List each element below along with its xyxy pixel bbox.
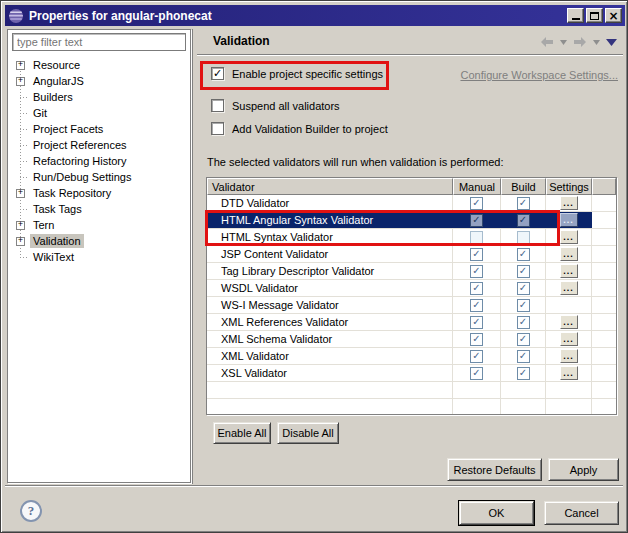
- checked-checkbox[interactable]: ✓: [517, 265, 530, 278]
- checked-checkbox[interactable]: ✓: [470, 299, 483, 312]
- checked-checkbox[interactable]: ✓: [517, 214, 530, 227]
- add-builder-row: Add Validation Builder to project: [211, 122, 388, 135]
- build-cell: ✓: [501, 280, 546, 296]
- sidebar-item-builders[interactable]: Builders: [8, 89, 190, 105]
- sidebar-item-resource[interactable]: +Resource: [8, 57, 190, 73]
- header-settings[interactable]: Settings: [546, 178, 592, 195]
- checked-checkbox[interactable]: ✓: [470, 282, 483, 295]
- table-row-xml-validator[interactable]: XML Validator✓✓...: [207, 348, 616, 365]
- manual-cell: ✓: [453, 314, 501, 330]
- sidebar-item-project-facets[interactable]: Project Facets: [8, 121, 190, 137]
- settings-ellipsis-button[interactable]: ...: [560, 332, 578, 346]
- title-bar[interactable]: Properties for angular-phonecat ×: [5, 5, 625, 26]
- add-builder-checkbox[interactable]: [211, 122, 224, 135]
- sidebar-item-angularjs[interactable]: +AngularJS: [8, 73, 190, 89]
- settings-ellipsis-button[interactable]: ...: [560, 230, 578, 244]
- validator-name: XSL Validator: [207, 365, 453, 381]
- table-row-xml-references-validator[interactable]: XML References Validator✓✓...: [207, 314, 616, 331]
- cancel-button[interactable]: Cancel: [544, 501, 619, 525]
- unchecked-checkbox[interactable]: [470, 231, 483, 244]
- settings-ellipsis-button[interactable]: ...: [560, 349, 578, 363]
- close-button[interactable]: ×: [605, 8, 622, 23]
- checked-checkbox[interactable]: ✓: [470, 333, 483, 346]
- checked-checkbox[interactable]: ✓: [470, 316, 483, 329]
- help-icon[interactable]: ?: [20, 500, 42, 522]
- sidebar-item-tern[interactable]: +Tern: [8, 217, 190, 233]
- build-cell: ✓: [501, 314, 546, 330]
- table-row-html-angular-syntax-validator[interactable]: HTML Angular Syntax Validator✓✓...: [207, 212, 616, 229]
- table-row-xml-schema-validator[interactable]: XML Schema Validator✓✓...: [207, 331, 616, 348]
- unchecked-checkbox[interactable]: [517, 231, 530, 244]
- checked-checkbox[interactable]: ✓: [470, 248, 483, 261]
- checked-checkbox[interactable]: ✓: [517, 316, 530, 329]
- sidebar-item-task-repository[interactable]: +Task Repository: [8, 185, 190, 201]
- empty-cell: [501, 382, 546, 398]
- table-row-tag-library-descriptor-validator[interactable]: Tag Library Descriptor Validator✓✓...: [207, 263, 616, 280]
- disable-all-button[interactable]: Disable All: [277, 422, 339, 444]
- sidebar-item-task-tags[interactable]: Task Tags: [8, 201, 190, 217]
- minimize-button[interactable]: [567, 8, 584, 23]
- suspend-checkbox[interactable]: [211, 99, 224, 112]
- checked-checkbox[interactable]: ✓: [470, 350, 483, 363]
- settings-ellipsis-button[interactable]: ...: [560, 247, 578, 261]
- table-row-ws-i-message-validator[interactable]: WS-I Message Validator✓✓: [207, 297, 616, 314]
- header-validator[interactable]: Validator: [207, 178, 453, 195]
- checked-checkbox[interactable]: ✓: [517, 248, 530, 261]
- configure-workspace-link[interactable]: Configure Workspace Settings...: [460, 69, 618, 81]
- settings-ellipsis-button[interactable]: ...: [560, 213, 578, 227]
- apply-button[interactable]: Apply: [548, 458, 619, 481]
- suspend-row: Suspend all validators: [211, 99, 340, 112]
- settings-ellipsis-button[interactable]: ...: [560, 196, 578, 210]
- expand-plus-icon[interactable]: +: [16, 61, 25, 70]
- sidebar-item-wikitext[interactable]: WikiText: [8, 249, 190, 265]
- view-menu-icon[interactable]: [606, 39, 617, 46]
- expand-plus-icon[interactable]: +: [16, 189, 25, 198]
- checked-checkbox[interactable]: ✓: [517, 299, 530, 312]
- restore-defaults-button[interactable]: Restore Defaults: [447, 458, 542, 481]
- checked-checkbox[interactable]: ✓: [517, 333, 530, 346]
- expand-plus-icon[interactable]: +: [16, 237, 25, 246]
- checked-checkbox[interactable]: ✓: [517, 197, 530, 210]
- sidebar-item-label: AngularJS: [30, 74, 87, 88]
- back-dropdown-icon[interactable]: [560, 40, 567, 45]
- maximize-button[interactable]: [586, 8, 603, 23]
- expand-plus-icon[interactable]: +: [16, 77, 25, 86]
- sidebar-item-project-references[interactable]: Project References: [8, 137, 190, 153]
- sidebar-item-run-debug-settings[interactable]: Run/Debug Settings: [8, 169, 190, 185]
- enable-specific-checkbox[interactable]: ✓: [211, 67, 224, 80]
- filter-input[interactable]: [12, 33, 186, 51]
- settings-ellipsis-button[interactable]: ...: [560, 366, 578, 380]
- forward-dropdown-icon[interactable]: [593, 40, 600, 45]
- checked-checkbox[interactable]: ✓: [470, 265, 483, 278]
- ok-button[interactable]: OK: [459, 501, 534, 525]
- table-row-jsp-content-validator[interactable]: JSP Content Validator✓✓...: [207, 246, 616, 263]
- table-row-html-syntax-validator[interactable]: HTML Syntax Validator...: [207, 229, 616, 246]
- settings-cell: ...: [546, 229, 592, 245]
- checked-checkbox[interactable]: ✓: [470, 214, 483, 227]
- settings-ellipsis-button[interactable]: ...: [560, 264, 578, 278]
- close-icon: ×: [608, 11, 618, 21]
- validator-name: DTD Validator: [207, 195, 453, 211]
- sidebar-item-refactoring-history[interactable]: Refactoring History: [8, 153, 190, 169]
- settings-ellipsis-button[interactable]: ...: [560, 281, 578, 295]
- header-build[interactable]: Build: [501, 178, 546, 195]
- sidebar-item-git[interactable]: Git: [8, 105, 190, 121]
- manual-cell: ✓: [453, 280, 501, 296]
- checked-checkbox[interactable]: ✓: [517, 350, 530, 363]
- table-row-dtd-validator[interactable]: DTD Validator✓✓...: [207, 195, 616, 212]
- forward-arrow-icon[interactable]: [573, 36, 587, 48]
- checked-checkbox[interactable]: ✓: [517, 367, 530, 380]
- table-row-xsl-validator[interactable]: XSL Validator✓✓...: [207, 365, 616, 382]
- window-title: Properties for angular-phonecat: [29, 9, 567, 23]
- checked-checkbox[interactable]: ✓: [470, 197, 483, 210]
- checked-checkbox[interactable]: ✓: [470, 367, 483, 380]
- sidebar-item-validation[interactable]: +Validation: [8, 233, 190, 249]
- enable-all-button[interactable]: Enable All: [213, 422, 271, 444]
- settings-ellipsis-button[interactable]: ...: [560, 315, 578, 329]
- back-arrow-icon[interactable]: [540, 36, 554, 48]
- table-row-wsdl-validator[interactable]: WSDL Validator✓✓...: [207, 280, 616, 297]
- panel-sash[interactable]: [192, 29, 193, 484]
- header-manual[interactable]: Manual: [453, 178, 501, 195]
- expand-plus-icon[interactable]: +: [16, 221, 25, 230]
- checked-checkbox[interactable]: ✓: [517, 282, 530, 295]
